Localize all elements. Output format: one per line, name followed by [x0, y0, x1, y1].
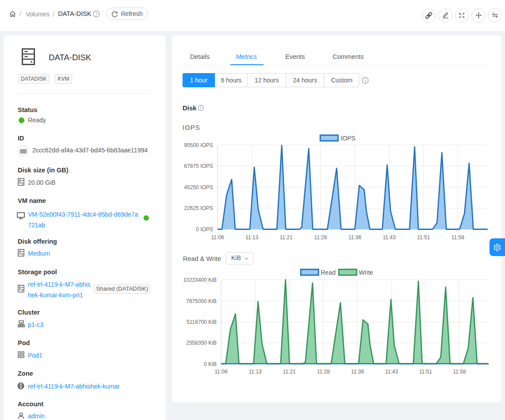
svg-text:11:51: 11:51	[419, 369, 432, 375]
svg-text:11:58: 11:58	[453, 369, 466, 375]
svg-text:22625 IOPS: 22625 IOPS	[184, 205, 213, 211]
svg-text:Write: Write	[359, 269, 373, 276]
svg-text:45250 IOPS: 45250 IOPS	[184, 184, 213, 191]
svg-text:11:21: 11:21	[280, 234, 292, 241]
svg-text:11:43: 11:43	[383, 234, 396, 241]
svg-text:11:36: 11:36	[351, 369, 364, 375]
svg-text:11:51: 11:51	[417, 234, 430, 241]
svg-text:11:06: 11:06	[214, 369, 227, 375]
svg-text:7675050 KiB: 7675050 KiB	[186, 298, 217, 304]
svg-text:0 IOPS: 0 IOPS	[196, 226, 213, 233]
svg-text:11:28: 11:28	[314, 234, 327, 241]
svg-text:11:13: 11:13	[245, 234, 258, 241]
svg-text:11:13: 11:13	[249, 369, 261, 375]
svg-text:11:36: 11:36	[348, 234, 361, 241]
svg-text:5116700 KiB: 5116700 KiB	[186, 319, 217, 325]
svg-text:90500 IOPS: 90500 IOPS	[184, 142, 213, 148]
svg-text:11:21: 11:21	[283, 369, 295, 375]
svg-text:67875 IOPS: 67875 IOPS	[184, 163, 213, 169]
svg-text:11:28: 11:28	[317, 369, 330, 375]
svg-text:?: ?	[95, 12, 97, 16]
svg-text:10233400 KiB: 10233400 KiB	[183, 277, 217, 283]
svg-text:IOPS: IOPS	[341, 135, 355, 142]
svg-text:11:06: 11:06	[211, 234, 224, 241]
svg-text:Read: Read	[321, 269, 335, 276]
svg-text:11:58: 11:58	[451, 234, 464, 241]
svg-text:11:43: 11:43	[385, 369, 398, 375]
svg-text:0 KiB: 0 KiB	[204, 361, 217, 367]
svg-text:2558350 KiB: 2558350 KiB	[186, 340, 217, 346]
